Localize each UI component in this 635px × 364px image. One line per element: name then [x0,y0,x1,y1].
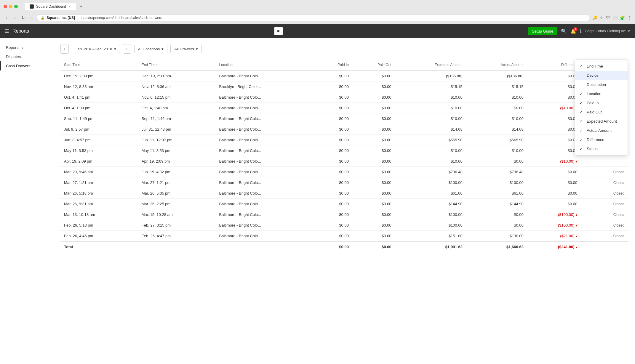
cell-status: Closed [581,167,628,177]
col-dropdown-item[interactable]: ✓ Location [575,89,628,98]
date-next-button[interactable]: › [123,44,131,54]
table-row[interactable]: Oct. 4, 1:39 pm Oct. 4, 1:40 pm Baltimor… [60,103,628,113]
date-prev-button[interactable]: ‹ [60,44,69,54]
cell-location: Brooklyn - Bright Color... [216,81,316,92]
table-row[interactable]: Feb. 26, 4:46 pm Feb. 26, 4:47 pm Baltim… [60,231,628,242]
col-dropdown-label: Device [587,73,599,78]
table-row[interactable]: Mar. 26, 5:18 pm Mar. 26, 5:35 pm Baltim… [60,188,628,199]
back-button[interactable]: ‹ [4,15,9,20]
cell-paid-out: $0.00 [352,113,395,124]
table-row[interactable]: Nov. 12, 8:33 am Nov. 12, 8:36 am Brookl… [60,81,628,92]
cell-start-time: Sep. 11, 1:49 pm [60,113,138,124]
refresh-button[interactable]: ↻ [20,15,26,20]
user-account-name[interactable]: Bright Colors Clothing Inc. ∨ [585,29,630,33]
col-dropdown-item[interactable]: ✓ Status [575,144,628,153]
minimize-window-button[interactable] [9,5,12,8]
sidebar-item-reports[interactable]: Reports ∨ [0,43,53,52]
sidebar-item-disputes[interactable]: Disputes [0,52,53,61]
cell-difference: ($21.00) ● [527,231,581,242]
table-row[interactable]: Apr. 19, 2:09 pm Apr. 19, 2:09 pm Baltim… [60,156,628,167]
col-dropdown-item[interactable]: ✓ Difference [575,135,628,144]
table-row[interactable]: Mar. 29, 9:46 am Jun. 19, 4:32 pm Baltim… [60,167,628,177]
cell-difference: $0.00 [527,135,581,145]
cell-actual-amount: ($136.88) [466,70,527,81]
all-locations-label: All Locations [138,47,160,51]
cell-difference: $0.00 [527,199,581,209]
app-title: Reports [12,28,29,34]
new-tab-button[interactable]: + [77,2,85,11]
cell-paid-in: $0.00 [315,124,352,135]
address-bar[interactable]: 🔒 Square, Inc. [US] | https://squareup.c… [37,14,590,21]
cell-expected-amount: $14.08 [395,124,466,135]
browser-chrome: Square Dashboard ✕ + ‹ › ↻ ⌂ 🔒 Square, I… [0,0,635,24]
notification-bell-icon[interactable]: 🔔 1 [570,28,576,34]
browser-tab-active[interactable]: Square Dashboard ✕ [25,3,76,10]
setup-guide-button[interactable]: Setup Guide [528,27,557,35]
table-row[interactable]: May 11, 3:53 pm May 11, 3:53 pm Baltimor… [60,145,628,156]
info-icon[interactable]: ℹ [580,28,582,34]
sidebar-item-cash-drawers[interactable]: Cash Drawers [0,61,53,70]
window-icon[interactable]: ⬜ [612,15,618,20]
table-row[interactable]: Sep. 11, 1:49 pm Sep. 11, 1:49 pm Baltim… [60,113,628,124]
table-row[interactable]: Jun. 8, 4:57 pm Jun. 11, 12:07 pm Baltim… [60,135,628,145]
search-icon[interactable]: 🔍 [561,28,567,34]
cell-end-time: Mar. 15, 10:28 am [138,209,216,220]
col-dropdown-item[interactable]: ✓ Paid Out [575,108,628,117]
cash-drawers-table: Start Time End Time Location Paid In Pai… [60,60,628,252]
url-separator: | [77,16,78,20]
browser-titlebar: Square Dashboard ✕ + [0,0,635,13]
table-row[interactable]: Jul. 9, 2:57 pm Jul. 31, 12:43 pm Baltim… [60,124,628,135]
cell-status: Closed [581,220,628,231]
table-row[interactable]: Mar. 27, 1:21 pm Mar. 27, 1:21 pm Baltim… [60,177,628,188]
cell-paid-in: $0.00 [315,188,352,199]
cell-location: Baltimore - Bright Colo... [216,209,316,220]
table-row[interactable]: Feb. 26, 5:13 pm Feb. 27, 3:15 pm Baltim… [60,220,628,231]
key-icon[interactable]: 🔑 [592,15,597,20]
col-dropdown-item[interactable]: Description [575,80,628,89]
tab-close-button[interactable]: ✕ [68,5,71,9]
total-location [216,241,316,252]
cell-location: Baltimore - Bright Colo... [216,135,316,145]
cell-paid-out: $0.00 [352,177,395,188]
all-drawers-dropdown[interactable]: All Drawers ▾ [170,45,201,53]
cell-paid-out: $0.00 [352,188,395,199]
date-range-button[interactable]: Jan. 2018–Dec. 2018 ▾ [72,45,120,53]
cell-paid-in: $0.00 [315,92,352,103]
cell-paid-out: $0.00 [352,135,395,145]
col-dropdown-item[interactable]: ✓ Expected Amount [575,117,628,126]
col-dropdown-item[interactable]: ✓ End Time [575,62,628,71]
shield-icon[interactable]: 🛡 [606,15,610,20]
close-window-button[interactable] [4,5,7,8]
tab-favicon [30,4,34,9]
cell-paid-in: $0.00 [315,199,352,209]
table-body: Dec. 19, 2:09 pm Dec. 19, 2:11 pm Baltim… [60,70,628,241]
total-difference: ($241.00) ● [527,241,581,252]
cell-end-time: Mar. 26, 5:35 pm [138,188,216,199]
maximize-window-button[interactable] [14,5,18,8]
puzzle-icon[interactable]: 🧩 [620,15,625,20]
cell-difference: $0.00 [527,124,581,135]
cell-location: Baltimore - Bright Colo... [216,92,316,103]
cell-difference: $0.00 [527,188,581,199]
menu-dots[interactable]: ⋮ [627,15,631,20]
star-icon[interactable]: ☆ [600,15,604,20]
col-dropdown-item[interactable]: Device [575,71,628,80]
cell-start-time: Feb. 26, 4:46 pm [60,231,138,242]
table-row[interactable]: Oct. 4, 1:41 pm Nov. 6, 12:15 pm Baltimo… [60,92,628,103]
table-row[interactable]: Mar. 26, 9:31 am Mar. 26, 2:25 pm Baltim… [60,199,628,209]
col-dropdown-item[interactable]: ✓ Actual Amount [575,126,628,135]
cell-expected-amount: ($136.88) [395,70,466,81]
col-dropdown-item[interactable]: ✓ Paid In [575,98,628,108]
cell-start-time: Mar. 13, 10:18 am [60,209,138,220]
browser-addressbar: ‹ › ↻ ⌂ 🔒 Square, Inc. [US] | https://sq… [0,13,635,24]
table-row[interactable]: Dec. 19, 2:09 pm Dec. 19, 2:11 pm Baltim… [60,70,628,81]
cell-paid-in: $0.00 [315,135,352,145]
square-logo: ■ [274,27,283,35]
table-row[interactable]: Mar. 13, 10:18 am Mar. 15, 10:28 am Balt… [60,209,628,220]
home-button[interactable]: ⌂ [28,15,34,20]
cell-location: Baltimore - Bright Colo... [216,156,316,167]
forward-button[interactable]: › [12,15,18,20]
hamburger-menu-icon[interactable]: ☰ [5,28,9,34]
all-locations-dropdown[interactable]: All Locations ▾ [134,45,168,53]
cell-location: Baltimore - Bright Colo... [216,220,316,231]
